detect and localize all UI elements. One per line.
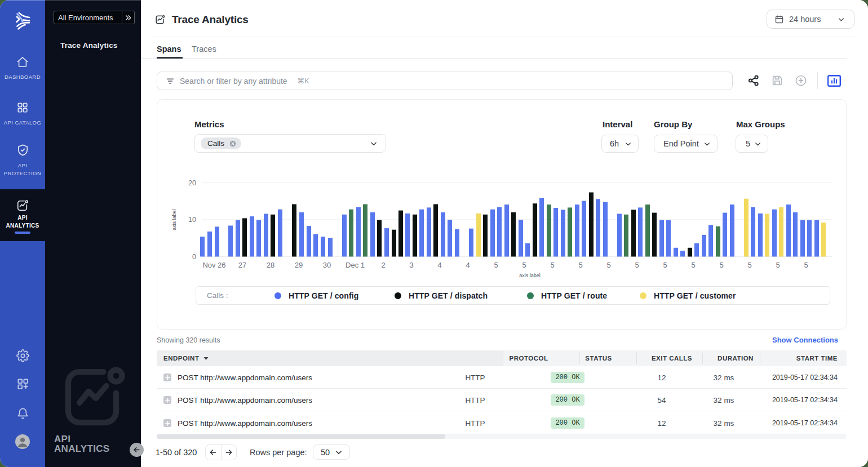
- svg-text:5: 5: [804, 261, 808, 269]
- svg-text:29: 29: [295, 261, 303, 269]
- svg-text:5: 5: [522, 261, 526, 269]
- svg-text:Dec 1: Dec 1: [346, 261, 365, 269]
- svg-text:5: 5: [747, 261, 751, 269]
- svg-text:5: 5: [606, 261, 610, 269]
- svg-text:4: 4: [466, 261, 470, 269]
- svg-text:10: 10: [188, 216, 196, 224]
- svg-text:2: 2: [381, 261, 385, 269]
- svg-text:5: 5: [494, 261, 498, 269]
- svg-text:5: 5: [691, 261, 695, 269]
- svg-text:27: 27: [238, 261, 246, 269]
- svg-text:28: 28: [267, 261, 274, 269]
- svg-text:3: 3: [409, 261, 413, 269]
- svg-text:30: 30: [323, 261, 331, 269]
- svg-text:5: 5: [635, 261, 639, 269]
- svg-text:5: 5: [578, 261, 582, 269]
- svg-text:Nov 26: Nov 26: [202, 261, 225, 269]
- svg-text:0: 0: [192, 253, 196, 261]
- svg-text:5: 5: [550, 261, 554, 269]
- svg-text:5: 5: [663, 261, 667, 269]
- svg-text:20: 20: [188, 179, 196, 187]
- svg-text:axis label: axis label: [519, 273, 541, 278]
- svg-text:5: 5: [776, 261, 780, 269]
- svg-text:5: 5: [719, 261, 723, 269]
- svg-text:4: 4: [437, 261, 441, 269]
- svg-text:axis label: axis label: [171, 209, 177, 230]
